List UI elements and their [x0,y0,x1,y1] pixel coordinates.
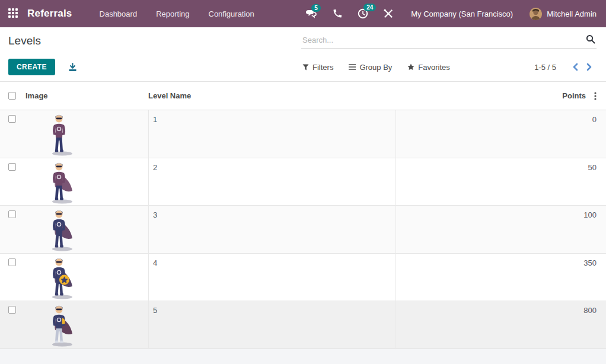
phone-icon[interactable] [333,9,342,18]
filter-funnel-icon [302,64,309,71]
points-cell: 0 [396,110,606,159]
table-row[interactable]: 4 350 [0,254,606,302]
menu-configuration[interactable]: Configuration [199,0,264,27]
level-name-cell: 1 [148,110,396,159]
level-name-cell: 3 [148,206,396,255]
superhero-level-1 [25,110,148,159]
user-menu[interactable]: Mitchell Admin [530,8,597,20]
row-checkbox[interactable] [0,254,25,303]
company-switcher[interactable]: My Company (San Francisco) [411,9,513,18]
search-filter-buttons: Filters Group By Favorites [302,63,450,72]
messages-badge: 5 [311,4,321,12]
control-panel: Levels CREATE [0,27,606,82]
table-body: 1 0 2 50 [0,110,606,349]
menu-reporting[interactable]: Reporting [146,0,199,27]
row-checkbox[interactable] [0,158,25,207]
row-checkbox[interactable] [0,110,25,159]
superhero-level-2 [25,158,148,207]
group-by-button[interactable]: Group By [349,63,392,72]
apps-menu-icon[interactable] [8,8,19,19]
table-row[interactable]: 5 800 [0,301,606,349]
header-points[interactable]: Points [562,91,586,100]
pager: 1-5 / 5 [534,62,597,72]
menu-dashboard[interactable]: Dashboard [90,0,147,27]
points-cell: 50 [396,158,606,207]
header-image[interactable]: Image [25,91,148,100]
group-by-lines-icon [349,64,356,70]
points-cell: 100 [396,206,606,255]
row-checkbox[interactable] [0,301,25,350]
pager-previous-icon[interactable] [568,62,582,72]
user-name: Mitchell Admin [547,9,597,18]
table-header-row: Image Level Name Points [0,82,606,110]
search-input[interactable] [301,33,597,49]
page-title: Levels [8,34,41,47]
favorites-button[interactable]: Favorites [407,63,449,72]
pager-next-icon[interactable] [582,62,597,72]
systray: 5 24 My Company (San Francisco) [290,8,597,20]
select-all-checkbox[interactable] [0,92,25,100]
star-icon [407,63,414,71]
pager-range[interactable]: 1-5 / 5 [534,63,556,72]
level-name-cell: 2 [148,158,396,207]
points-cell: 350 [396,254,606,303]
user-avatar [530,8,542,20]
tools-icon[interactable] [384,9,393,18]
app-name[interactable]: Referrals [27,8,72,20]
search-icon[interactable] [586,34,595,46]
row-checkbox[interactable] [0,206,25,255]
top-navbar: Referrals Dashboard Reporting Configurat… [0,0,606,27]
content-footer-area [0,349,606,364]
header-level-name[interactable]: Level Name [148,91,396,100]
optional-columns-toggle-icon[interactable] [593,91,601,101]
superhero-level-3 [25,206,148,255]
filters-button[interactable]: Filters [302,63,333,72]
activities-icon[interactable]: 24 [358,8,368,19]
table-row[interactable]: 1 0 [0,110,606,158]
superhero-level-4 [25,254,148,303]
activities-badge: 24 [363,4,376,11]
table-row[interactable]: 2 50 [0,158,606,206]
levels-list-view: Image Level Name Points 1 0 [0,82,606,364]
points-cell: 800 [396,301,606,350]
level-name-cell: 5 [148,301,396,350]
create-button[interactable]: CREATE [8,59,55,75]
messages-icon[interactable]: 5 [305,9,317,19]
level-name-cell: 4 [148,254,396,303]
table-row[interactable]: 3 100 [0,206,606,254]
search-box [301,33,597,49]
superhero-level-5 [25,301,148,350]
export-download-icon[interactable] [68,63,77,72]
